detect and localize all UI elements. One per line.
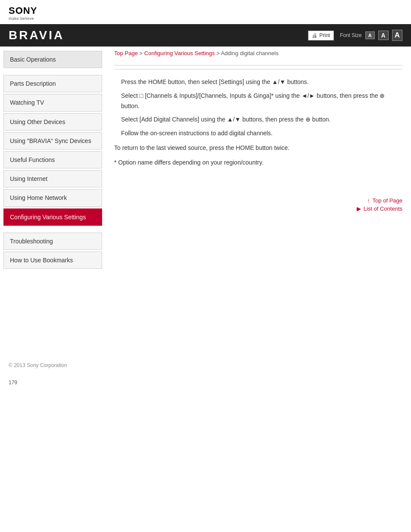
font-small-button[interactable]: A	[365, 31, 375, 39]
sony-brand: SONY	[9, 5, 37, 16]
header-controls: 🖨 Print Font Size A A A	[308, 30, 402, 41]
breadcrumb-sep1: >	[138, 50, 144, 56]
font-medium-button[interactable]: A	[378, 31, 389, 40]
instruction-2: Select □ [Channels & Inputs]/[Channels, …	[121, 91, 402, 112]
bravia-title: BRAVIA	[9, 28, 64, 42]
content-body: Press the HOME button, then select [Sett…	[114, 73, 402, 176]
breadcrumb-top-page[interactable]: Top Page	[114, 50, 138, 56]
instruction-4: Follow the on-screen instructions to add…	[121, 128, 402, 139]
instruction-block: Press the HOME button, then select [Sett…	[121, 77, 402, 139]
instruction-1: Press the HOME button, then select [Sett…	[121, 77, 402, 87]
page-number: 179	[9, 380, 17, 386]
note-2: * Option name differs depending on your …	[114, 158, 402, 168]
breadcrumb-configuring[interactable]: Configuring Various Settings	[144, 50, 215, 56]
sidebar-item-configuring-settings[interactable]: Configuring Various Settings	[3, 208, 102, 226]
breadcrumb-sep2: >	[215, 50, 221, 56]
divider-sub	[114, 69, 402, 69]
top-logo-bar: SONY make.believe	[0, 0, 411, 24]
print-button[interactable]: 🖨 Print	[308, 31, 334, 40]
list-of-contents-link[interactable]: List of Contents	[114, 205, 402, 212]
page-footer: Top of Page List of Contents	[114, 193, 402, 212]
sidebar-item-troubleshooting[interactable]: Troubleshooting	[3, 233, 102, 250]
note-1: To return to the last viewed source, pre…	[114, 143, 402, 153]
copyright: © 2013 Sony Corporation	[9, 362, 67, 368]
top-of-page-link[interactable]: Top of Page	[114, 197, 402, 204]
font-size-label: Font Size	[340, 32, 362, 38]
sidebar-item-using-home-network[interactable]: Using Home Network	[3, 189, 102, 206]
divider-top	[114, 65, 402, 65]
sidebar-item-how-to-use-bookmarks[interactable]: How to Use Bookmarks	[3, 252, 102, 269]
sidebar-item-useful-functions[interactable]: Useful Functions	[3, 151, 102, 168]
sidebar-item-watching-tv[interactable]: Watching TV	[3, 94, 102, 111]
content-area: Top Page > Configuring Various Settings …	[106, 47, 411, 222]
font-large-button[interactable]: A	[392, 30, 402, 41]
sidebar-item-basic-operations[interactable]: Basic Operations	[3, 51, 102, 68]
instruction-3: Select [Add Digital Channels] using the …	[121, 115, 402, 125]
breadcrumb-current: Adding digital channels	[221, 50, 279, 56]
sidebar-item-parts-description[interactable]: Parts Description	[3, 75, 102, 92]
print-icon: 🖨	[312, 32, 318, 39]
sidebar-item-using-bravia-sync[interactable]: Using "BRAVIA" Sync Devices	[3, 132, 102, 149]
sidebar-item-using-internet[interactable]: Using Internet	[3, 170, 102, 187]
footer-links: Top of Page List of Contents	[114, 197, 402, 212]
sony-logo: SONY make.believe	[9, 5, 402, 21]
bravia-header-bar: BRAVIA 🖨 Print Font Size A A A	[0, 24, 411, 47]
breadcrumb: Top Page > Configuring Various Settings …	[114, 47, 402, 62]
main-container: Basic Operations Parts Description Watch…	[0, 47, 411, 275]
print-label: Print	[319, 32, 330, 38]
sidebar-item-using-other-devices[interactable]: Using Other Devices	[3, 113, 102, 131]
sidebar: Basic Operations Parts Description Watch…	[0, 47, 106, 275]
sony-tagline: make.believe	[9, 16, 34, 21]
